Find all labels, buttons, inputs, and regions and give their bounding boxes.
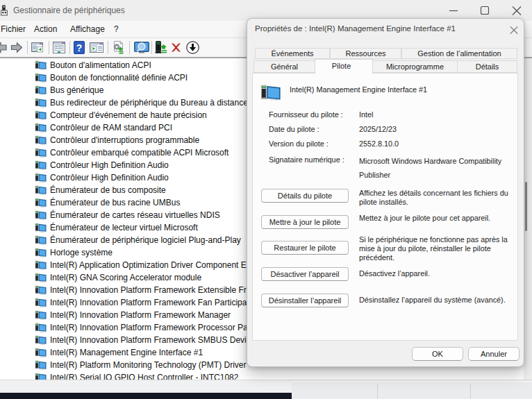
svg-text:?: ?: [76, 42, 83, 53]
